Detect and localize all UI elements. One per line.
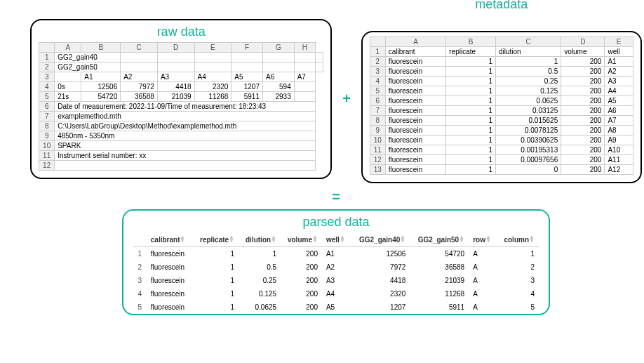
cell: A7 [294, 72, 315, 81]
cell: fluorescein [385, 57, 446, 67]
cell: A5 [322, 301, 351, 314]
cell: A2 [322, 260, 351, 274]
cell: 0.125 [495, 86, 561, 96]
cell: A3 [605, 77, 633, 86]
col-header: B [446, 37, 496, 47]
cell: 36588 [121, 91, 158, 101]
cell: 0.03125 [495, 106, 561, 116]
sort-icon[interactable] [230, 235, 234, 242]
cell: 3 [133, 274, 147, 287]
cell: volume [561, 47, 605, 57]
raw-row: 2GG2_gain50 [39, 62, 323, 72]
cell: 1 [193, 287, 239, 301]
cell: A [469, 274, 497, 287]
cell: 0 [495, 165, 561, 175]
cell: 200 [561, 106, 605, 116]
diagram-container: raw data A B C D E F G H 1GG2_gain402GG2… [14, 14, 644, 315]
row-header: 5 [39, 91, 55, 101]
header-label: row [473, 236, 485, 244]
cell [294, 52, 315, 62]
cell: fluorescein [385, 86, 446, 96]
cell: A1 [605, 57, 633, 67]
raw-row: 7examplemethod.mth [39, 111, 323, 121]
meta-row: 3fluorescein10.5200A2 [370, 67, 633, 77]
cell: calibrant [385, 47, 446, 57]
cell: 4418 [157, 81, 194, 91]
raw-data-panel: raw data A B C D E F G H 1GG2_gain402GG2… [30, 19, 332, 179]
cell: A3 [322, 274, 351, 287]
cell: 5911 [410, 301, 469, 314]
col-header: G [262, 42, 294, 52]
cell: 11268 [194, 91, 232, 101]
cell [294, 81, 315, 91]
cell: 1 [497, 247, 539, 261]
col-header: D [561, 37, 605, 47]
cell: 54720 [410, 247, 469, 261]
col-header: F [232, 42, 263, 52]
cell: A4 [194, 72, 232, 81]
row-header: 6 [370, 96, 385, 106]
cell: 0.015625 [495, 116, 561, 126]
meta-row: 4fluorescein10.25200A3 [370, 77, 633, 86]
cell: 1 [133, 247, 147, 261]
sort-icon[interactable] [487, 235, 491, 242]
parsed-col-header: volume [281, 232, 322, 247]
sort-icon[interactable] [314, 235, 318, 242]
metadata-sheet: A B C D E 1 calibrant replicate dilution… [370, 37, 633, 175]
cell: fluorescein [385, 77, 446, 86]
meta-row: 8fluorescein10.015625200A7 [370, 116, 633, 126]
cell: A11 [605, 155, 633, 165]
equals-row: = [14, 183, 644, 209]
cell: 1 [446, 126, 496, 136]
cell: 200 [561, 77, 605, 86]
cell: fluorescein [147, 260, 193, 274]
row-header: 1 [370, 47, 385, 57]
cell [121, 62, 158, 72]
col-header: C [495, 37, 561, 47]
metadata-wrap: metadata A B C D E 1 calibrant replicate [361, 14, 642, 183]
cell: 200 [561, 96, 605, 106]
cell: A2 [121, 72, 158, 81]
parsed-row: 3fluorescein10.25200A3441821039A3 [133, 274, 539, 287]
cell: A6 [262, 72, 294, 81]
cell: 1 [446, 86, 496, 96]
cell [157, 62, 194, 72]
cell: A10 [605, 145, 633, 155]
cell: 0.25 [495, 77, 561, 86]
sort-icon[interactable] [401, 235, 405, 242]
meta-row: 11fluorescein10.00195313200A10 [370, 145, 633, 155]
parsed-data-title: parsed data [133, 215, 539, 230]
cell: 1 [193, 274, 239, 287]
cell: 200 [561, 86, 605, 96]
sort-icon[interactable] [272, 235, 276, 242]
cell: 1 [446, 57, 496, 67]
row-header: 12 [370, 155, 385, 165]
cell: 2 [133, 260, 147, 274]
meta-row: 13fluorescein10200A12 [370, 165, 633, 175]
header-label: dilution [246, 236, 271, 244]
row-header: 6 [39, 101, 55, 111]
cell: fluorescein [147, 247, 193, 261]
row-header: 12 [39, 160, 55, 170]
cell: 200 [281, 247, 322, 261]
cell: A5 [232, 72, 263, 81]
cell [316, 52, 323, 62]
row-header: 7 [370, 106, 385, 116]
sort-icon[interactable] [530, 235, 535, 242]
raw-row: 3A1A2A3A4A5A6A7 [39, 72, 323, 81]
row-header: 9 [370, 126, 385, 136]
cell: 200 [561, 136, 605, 145]
cell: 2 [497, 260, 539, 274]
raw-row: 12 [39, 160, 323, 170]
cell: 21s [55, 91, 81, 101]
parsed-col-header: column [497, 232, 539, 247]
cell: A1 [322, 247, 351, 261]
corner-cell [39, 42, 55, 52]
sort-icon[interactable] [341, 235, 345, 242]
sort-icon[interactable] [460, 235, 464, 242]
meta-row: 2fluorescein11200A1 [370, 57, 633, 67]
metadata-panel: A B C D E 1 calibrant replicate dilution… [361, 31, 642, 183]
sort-icon[interactable] [181, 235, 185, 242]
cell: replicate [446, 47, 496, 57]
cell: 54720 [81, 91, 121, 101]
